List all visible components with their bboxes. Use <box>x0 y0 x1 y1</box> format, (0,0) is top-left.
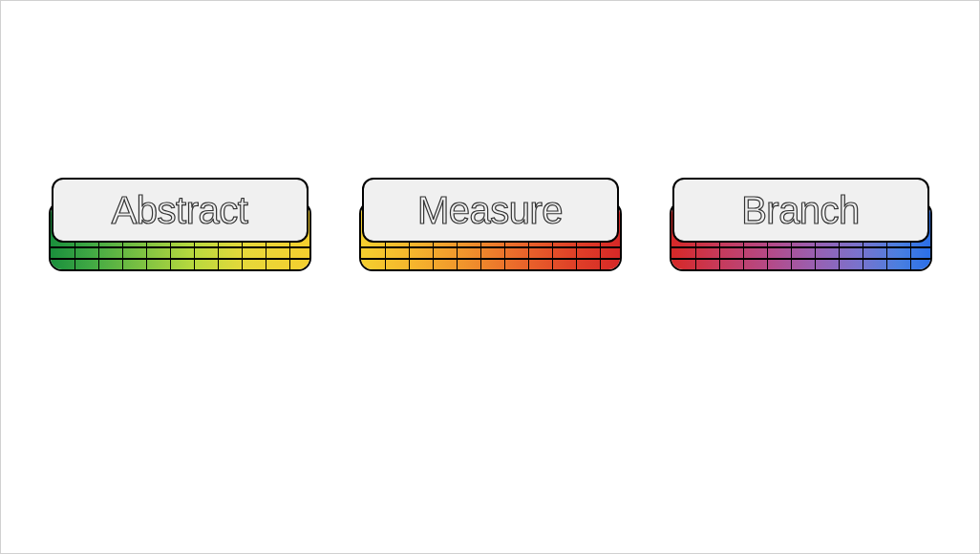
cards-row: Abstract Measure <box>1 178 979 268</box>
card-branch[interactable]: Branch <box>670 178 932 268</box>
card-top: Abstract <box>52 178 309 243</box>
card-measure[interactable]: Measure <box>359 178 622 268</box>
card-label: Measure <box>417 189 563 232</box>
card-abstract[interactable]: Abstract <box>49 178 311 268</box>
card-top: Branch <box>672 178 929 243</box>
card-top: Measure <box>362 178 619 243</box>
card-label: Branch <box>741 189 860 232</box>
card-label: Abstract <box>112 189 248 232</box>
